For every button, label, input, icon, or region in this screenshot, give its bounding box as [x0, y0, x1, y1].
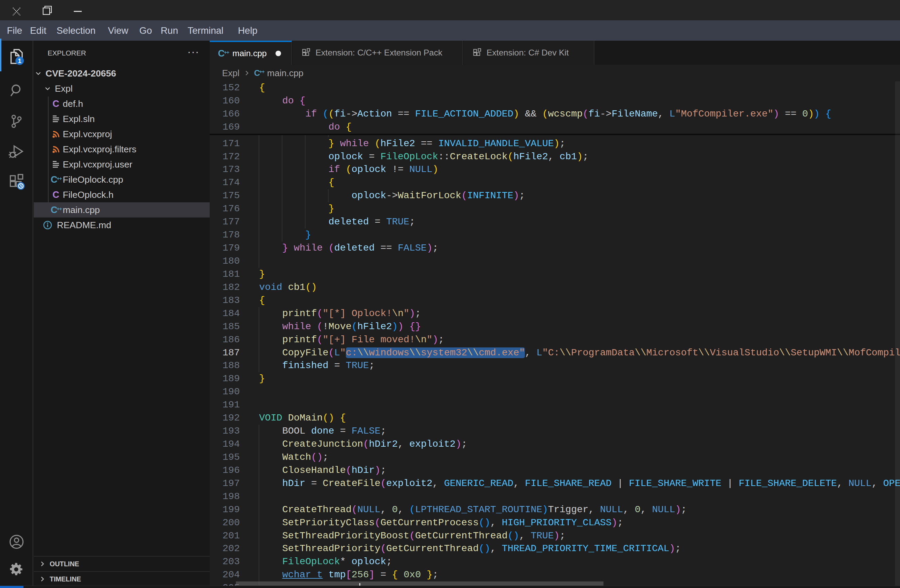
svg-text:1: 1 — [18, 57, 22, 65]
